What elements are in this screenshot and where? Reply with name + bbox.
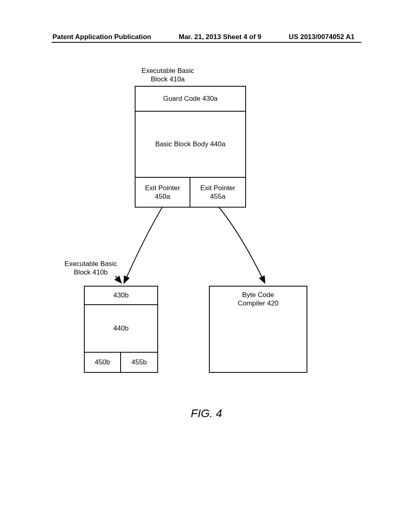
exit-pointers-b: 450b 455b	[85, 353, 157, 372]
byte-code-compiler-420: Byte CodeCompiler 420	[209, 286, 307, 373]
guard-code-430b: 430b	[85, 287, 157, 305]
diagram-container: Executable BasicBlock 410a Guard Code 43…	[0, 66, 413, 429]
arrow-450a-to-410b	[124, 207, 163, 283]
header-right: US 2013/0074052 A1	[289, 33, 355, 41]
exit-pointers-a: Exit Pointer450a Exit Pointer455a	[136, 178, 245, 207]
header-rule	[52, 42, 361, 43]
header-center: Mar. 21, 2013 Sheet 4 of 9	[179, 33, 261, 41]
guard-code-430a: Guard Code 430a	[136, 87, 245, 112]
page-header: Patent Application Publication Mar. 21, …	[0, 33, 413, 41]
block-410b: 430b 440b 450b 455b	[84, 286, 158, 373]
basic-block-body-440a: Basic Block Body 440a	[136, 112, 245, 178]
exit-pointer-450b: 450b	[85, 353, 121, 372]
arrow-455a-to-compiler	[219, 207, 265, 283]
figure-caption: FIG. 4	[0, 407, 413, 420]
block-410a: Guard Code 430a Basic Block Body 440a Ex…	[135, 86, 246, 208]
exit-pointer-455b: 455b	[121, 353, 157, 372]
header-left: Patent Application Publication	[52, 33, 151, 41]
arrow-label-410b	[115, 276, 121, 283]
exit-pointer-450a: Exit Pointer450a	[136, 178, 190, 207]
basic-block-body-440b: 440b	[85, 305, 157, 353]
label-block-410b: Executable BasicBlock 410b	[56, 260, 125, 277]
label-block-410a: Executable BasicBlock 410a	[131, 66, 204, 84]
exit-pointer-455a: Exit Pointer455a	[190, 178, 245, 207]
